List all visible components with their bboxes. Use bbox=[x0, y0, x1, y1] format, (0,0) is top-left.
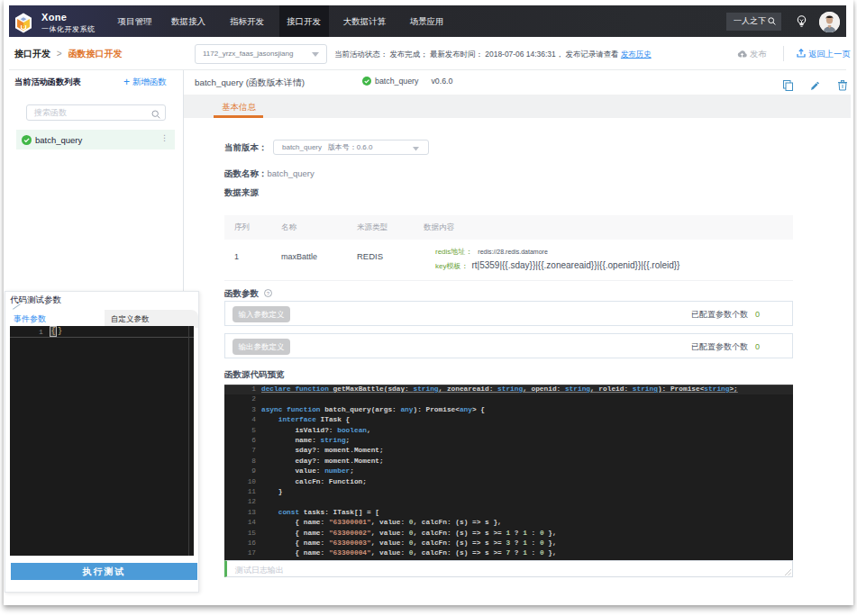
svg-text:?: ? bbox=[266, 291, 269, 296]
